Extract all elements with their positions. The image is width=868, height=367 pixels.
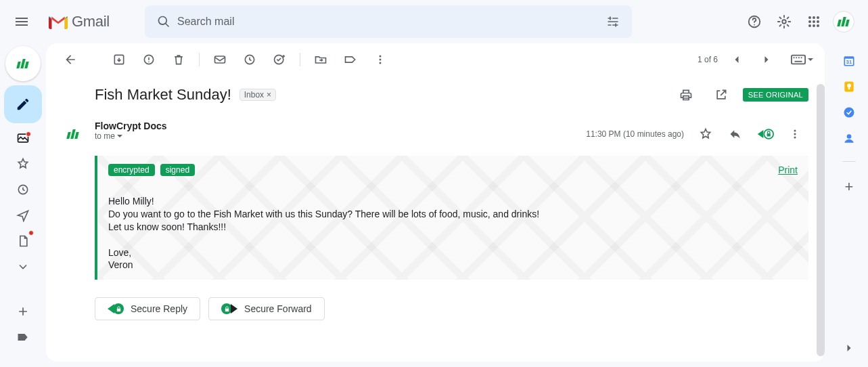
svg-text:31: 31	[846, 59, 852, 65]
print-icon	[679, 88, 693, 102]
contacts-app-button[interactable]	[842, 131, 856, 145]
gear-icon	[777, 14, 792, 29]
apps-grid-icon	[808, 16, 820, 28]
search-input[interactable]	[177, 16, 599, 28]
sender-avatar[interactable]	[60, 121, 87, 148]
inbox-label-chip[interactable]: Inbox ×	[239, 89, 276, 101]
svg-rect-41	[848, 87, 850, 89]
rail-more[interactable]	[9, 256, 37, 278]
input-tools-button[interactable]	[791, 54, 814, 65]
more-vert-icon	[373, 53, 387, 66]
calendar-app-button[interactable]: 31	[842, 54, 856, 68]
compose-button[interactable]	[4, 85, 42, 123]
caret-down-icon	[116, 133, 123, 139]
search-bar[interactable]	[145, 5, 632, 38]
svg-point-5	[817, 16, 819, 19]
flowcrypt-icon	[66, 129, 79, 139]
contacts-icon	[842, 131, 856, 145]
remove-label-icon[interactable]: ×	[267, 90, 271, 100]
encrypted-badge: encrypted	[108, 164, 155, 176]
file-icon	[16, 234, 30, 248]
to-line-text: to me	[95, 131, 115, 141]
sender-name: FlowCrypt Docs	[95, 121, 167, 131]
secure-reply-label: Secure Reply	[131, 303, 187, 314]
tasks-app-button[interactable]	[842, 106, 856, 119]
svg-point-8	[817, 20, 819, 23]
svg-point-16	[148, 62, 150, 63]
svg-point-42	[844, 108, 854, 118]
gmail-logo[interactable]: Gmail	[43, 13, 115, 30]
svg-rect-35	[225, 308, 228, 311]
tune-icon	[606, 15, 620, 28]
reply-button[interactable]	[722, 121, 749, 148]
rail-sent[interactable]	[9, 204, 37, 226]
svg-rect-25	[796, 57, 797, 58]
rail-new-label[interactable]	[9, 301, 37, 322]
reply-icon	[729, 127, 742, 141]
extension-avatar-button[interactable]	[5, 46, 41, 81]
print-link[interactable]: Print	[778, 165, 798, 175]
message-toolbar: 1 of 6	[46, 43, 825, 76]
collapse-panel-button[interactable]	[838, 337, 860, 359]
subject-row: Fish Market Sunday! Inbox × SEE ORIGINAL	[46, 76, 825, 114]
get-addons-button[interactable]: +	[845, 178, 854, 196]
rail-starred[interactable]	[9, 153, 37, 175]
forward-arrow-icon	[231, 304, 237, 314]
svg-point-4	[813, 16, 815, 19]
rail-drafts[interactable]	[9, 230, 37, 252]
chevron-down-icon	[16, 260, 30, 274]
spam-button[interactable]	[135, 46, 162, 73]
settings-button[interactable]	[771, 8, 798, 35]
recipient-dropdown[interactable]: to me	[95, 131, 167, 141]
keep-app-button[interactable]	[842, 80, 856, 93]
svg-point-32	[794, 133, 796, 135]
clock-icon	[16, 183, 30, 196]
back-button[interactable]	[57, 46, 84, 73]
delete-button[interactable]	[165, 46, 192, 73]
sender-row: FlowCrypt Docs to me 11:30 PM (10 minute…	[46, 114, 825, 150]
main-menu-button[interactable]	[5, 5, 38, 38]
keep-icon	[842, 80, 856, 93]
mark-unread-button[interactable]	[206, 46, 233, 73]
add-task-button[interactable]	[266, 46, 293, 73]
secure-forward-button[interactable]: Secure Forward	[208, 297, 325, 320]
secure-reply-button[interactable]: Secure Reply	[95, 297, 200, 320]
left-nav-rail	[0, 43, 46, 367]
open-new-window-button[interactable]	[708, 81, 735, 108]
rail-snoozed[interactable]	[9, 179, 37, 200]
scrollbar[interactable]	[817, 84, 825, 356]
rail-label[interactable]	[9, 326, 37, 348]
next-message-button[interactable]	[753, 46, 780, 73]
label-icon	[344, 53, 357, 66]
move-button[interactable]	[307, 46, 334, 73]
more-actions-button[interactable]	[367, 46, 394, 73]
star-icon	[699, 127, 712, 141]
star-message-button[interactable]	[692, 121, 719, 148]
svg-rect-24	[794, 57, 795, 58]
inbox-chip-text: Inbox	[244, 90, 264, 100]
plus-icon	[16, 305, 30, 318]
secure-reply-icon-button[interactable]	[752, 121, 779, 148]
search-icon	[150, 8, 177, 35]
lock-reply-icon	[756, 127, 774, 141]
search-options-button[interactable]	[599, 8, 626, 35]
prev-message-button[interactable]	[723, 46, 750, 73]
snooze-button[interactable]	[236, 46, 263, 73]
calendar-icon: 31	[842, 54, 856, 68]
account-avatar[interactable]	[830, 8, 857, 35]
apps-button[interactable]	[800, 8, 827, 35]
see-original-button[interactable]: SEE ORIGINAL	[743, 88, 808, 102]
archive-icon	[112, 53, 126, 66]
svg-rect-17	[215, 56, 225, 63]
more-vert-icon	[788, 127, 802, 141]
archive-button[interactable]	[106, 46, 133, 73]
gmail-text: Gmail	[72, 13, 110, 30]
labels-button[interactable]	[337, 46, 364, 73]
message-more-button[interactable]	[781, 121, 808, 148]
message-pane: 1 of 6 Fish Market Sunday! Inbox × SEE O…	[46, 43, 825, 362]
app-header: Gmail	[0, 0, 868, 43]
print-button[interactable]	[672, 81, 700, 108]
rail-inbox[interactable]	[9, 127, 37, 149]
move-folder-icon	[314, 53, 327, 66]
support-button[interactable]	[741, 8, 768, 35]
